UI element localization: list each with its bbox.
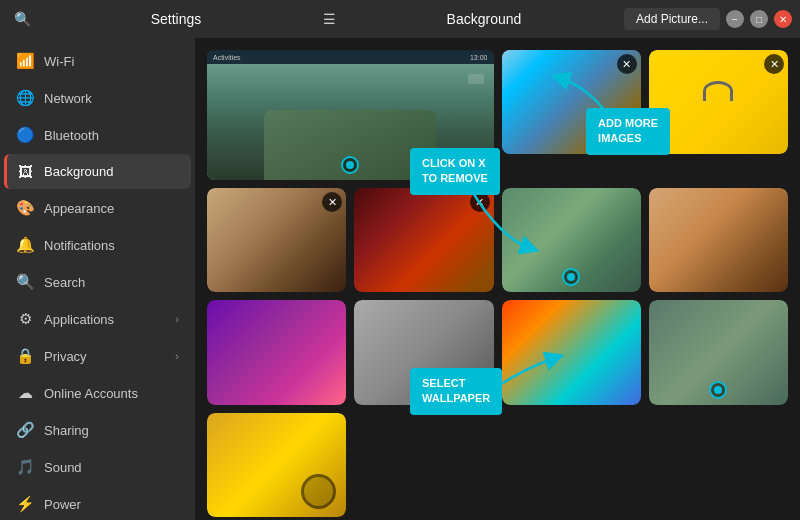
sidebar-label-background: Background <box>44 164 113 179</box>
wallpaper-item-train[interactable]: ✕ <box>502 50 641 154</box>
sidebar-label-network: Network <box>44 91 92 106</box>
wallpaper-item-fox[interactable] <box>649 188 788 292</box>
applications-icon: ⚙ <box>16 310 34 328</box>
sidebar-item-power[interactable]: ⚡Power <box>4 486 191 520</box>
chevron-icon-privacy: › <box>175 350 179 362</box>
notifications-icon: 🔔 <box>16 236 34 254</box>
main-layout: 📶Wi-Fi🌐Network🔵Bluetooth🖼Background🎨Appe… <box>0 38 800 520</box>
sidebar-section-title: Settings <box>36 11 316 27</box>
sidebar-item-privacy[interactable]: 🔒Privacy› <box>4 338 191 374</box>
sidebar-item-sharing[interactable]: 🔗Sharing <box>4 412 191 448</box>
wallpaper-item-hippo2[interactable] <box>502 188 641 292</box>
sidebar-item-notifications[interactable]: 🔔Notifications <box>4 227 191 263</box>
remove-button-yellow[interactable]: ✕ <box>764 54 784 74</box>
sidebar-label-wifi: Wi-Fi <box>44 54 74 69</box>
privacy-icon: 🔒 <box>16 347 34 365</box>
sidebar-label-power: Power <box>44 497 81 512</box>
content-area: CLICK ON XTO REMOVE ADD MOREIMAGES <box>195 38 800 520</box>
remove-button-train[interactable]: ✕ <box>617 54 637 74</box>
sound-icon: 🎵 <box>16 458 34 476</box>
appearance-icon: 🎨 <box>16 199 34 217</box>
search-icon: 🔍 <box>16 273 34 291</box>
minimize-button[interactable]: − <box>726 10 744 28</box>
sidebar: 📶Wi-Fi🌐Network🔵Bluetooth🖼Background🎨Appe… <box>0 38 195 520</box>
selected-indicator-featured <box>341 156 359 174</box>
desktop-bar: Activities 13:00 <box>207 50 494 64</box>
wallpaper-item-window[interactable]: ✕ <box>207 188 346 292</box>
wallpaper-item-yellow[interactable]: ✕ <box>649 50 788 154</box>
selected-indicator-hippo2 <box>562 268 580 286</box>
sidebar-label-sharing: Sharing <box>44 423 89 438</box>
sidebar-item-online-accounts[interactable]: ☁Online Accounts <box>4 375 191 411</box>
sidebar-item-appearance[interactable]: 🎨Appearance <box>4 190 191 226</box>
maximize-button[interactable]: □ <box>750 10 768 28</box>
sidebar-label-search: Search <box>44 275 85 290</box>
background-icon: 🖼 <box>16 163 34 180</box>
sidebar-item-sound[interactable]: 🎵Sound <box>4 449 191 485</box>
wallpaper-item-gray[interactable] <box>354 300 493 404</box>
wallpaper-item-robot[interactable]: ✕ <box>354 188 493 292</box>
wallpaper-item-colorful[interactable] <box>502 300 641 404</box>
sidebar-label-applications: Applications <box>44 312 114 327</box>
sidebar-label-sound: Sound <box>44 460 82 475</box>
bluetooth-icon: 🔵 <box>16 126 34 144</box>
titlebar: 🔍 Settings ☰ Background Add Picture... −… <box>0 0 800 38</box>
chevron-icon-applications: › <box>175 313 179 325</box>
page-title: Background <box>344 11 624 27</box>
sidebar-item-wifi[interactable]: 📶Wi-Fi <box>4 43 191 79</box>
sidebar-label-privacy: Privacy <box>44 349 87 364</box>
close-button[interactable]: ✕ <box>774 10 792 28</box>
add-picture-button[interactable]: Add Picture... <box>624 8 720 30</box>
wallpaper-item-featured[interactable]: Activities 13:00 <box>207 50 494 180</box>
network-icon: 🌐 <box>16 89 34 107</box>
power-icon: ⚡ <box>16 495 34 513</box>
sharing-icon: 🔗 <box>16 421 34 439</box>
sidebar-item-network[interactable]: 🌐Network <box>4 80 191 116</box>
wallpaper-item-hippo3[interactable] <box>649 300 788 404</box>
titlebar-controls: Add Picture... − □ ✕ <box>624 8 792 30</box>
wallpaper-grid: Activities 13:00 ✕ <box>207 50 788 517</box>
online-accounts-icon: ☁ <box>16 384 34 402</box>
wallpaper-item-film[interactable] <box>207 413 346 517</box>
sidebar-label-appearance: Appearance <box>44 201 114 216</box>
sidebar-label-online-accounts: Online Accounts <box>44 386 138 401</box>
sidebar-item-background[interactable]: 🖼Background <box>4 154 191 189</box>
remove-button-robot[interactable]: ✕ <box>470 192 490 212</box>
menu-button[interactable]: ☰ <box>316 5 344 33</box>
search-button[interactable]: 🔍 <box>8 5 36 33</box>
sidebar-label-notifications: Notifications <box>44 238 115 253</box>
sidebar-label-bluetooth: Bluetooth <box>44 128 99 143</box>
sidebar-item-bluetooth[interactable]: 🔵Bluetooth <box>4 117 191 153</box>
selected-indicator-hippo3 <box>709 381 727 399</box>
sidebar-item-applications[interactable]: ⚙Applications› <box>4 301 191 337</box>
sidebar-item-search[interactable]: 🔍Search <box>4 264 191 300</box>
wifi-icon: 📶 <box>16 52 34 70</box>
wallpaper-item-purple[interactable] <box>207 300 346 404</box>
